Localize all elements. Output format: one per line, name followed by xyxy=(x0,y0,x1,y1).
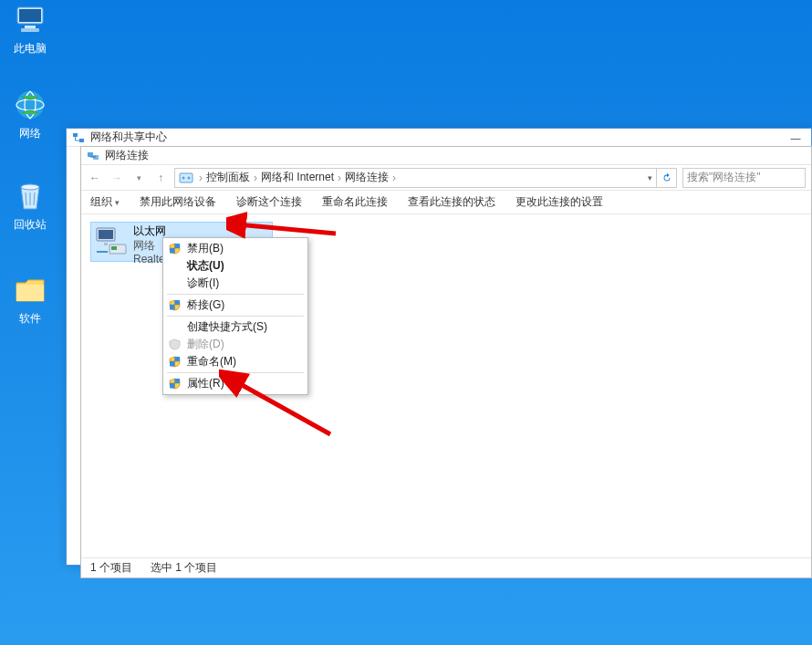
desktop-icon-network[interactable]: 网络 xyxy=(0,87,62,141)
svg-rect-1 xyxy=(19,9,41,22)
desktop-icon-label: 回收站 xyxy=(14,218,47,231)
chevron-right-icon: › xyxy=(392,172,396,184)
svg-rect-8 xyxy=(79,139,84,142)
svg-point-4 xyxy=(16,91,44,119)
globe-icon xyxy=(12,87,48,123)
ethernet-adapter-icon xyxy=(95,224,128,257)
svg-rect-2 xyxy=(25,26,36,28)
window-title: 网络连接 xyxy=(105,148,149,163)
context-menu: 禁用(B) 状态(U) 诊断(I) 桥接(G) 创建快捷方式(S) 删除(D) … xyxy=(162,237,308,395)
search-input[interactable]: 搜索"网络连接" xyxy=(682,168,806,188)
network-connections-icon xyxy=(87,150,99,162)
minimize-button[interactable]: — xyxy=(782,129,809,147)
shield-icon xyxy=(169,356,181,368)
shield-icon xyxy=(169,338,181,350)
svg-rect-15 xyxy=(99,230,113,239)
desktop-icon-label: 网络 xyxy=(19,127,41,140)
menu-rename[interactable]: 重命名(M) xyxy=(163,353,307,370)
toolbar-organize[interactable]: 组织 xyxy=(90,194,120,210)
search-placeholder: 搜索"网络连接" xyxy=(687,170,761,185)
control-panel-icon xyxy=(179,171,193,185)
up-button[interactable]: ↑ xyxy=(152,170,169,186)
toolbar-rename[interactable]: 重命名此连接 xyxy=(322,194,388,210)
titlebar[interactable]: 网络连接 xyxy=(81,147,811,165)
shield-icon xyxy=(169,299,181,311)
refresh-button[interactable] xyxy=(657,168,677,188)
breadcrumb-item[interactable]: 网络和 Internet xyxy=(259,170,336,185)
status-bar: 1 个项目 选中 1 个项目 xyxy=(81,557,811,577)
window-title: 网络和共享中心 xyxy=(90,130,167,145)
svg-rect-25 xyxy=(175,379,181,383)
svg-rect-9 xyxy=(88,152,93,157)
desktop-icon-thispc[interactable]: 此电脑 xyxy=(0,2,62,57)
menu-status[interactable]: 状态(U) xyxy=(163,257,307,275)
address-bar: ← → ▾ ↑ › 控制面板 › 网络和 Internet › 网络连接 › ▾ xyxy=(81,165,811,191)
toolbar-disable-device[interactable]: 禁用此网络设备 xyxy=(140,194,216,210)
folder-icon xyxy=(12,272,48,308)
breadcrumb[interactable]: › 控制面板 › 网络和 Internet › 网络连接 › ▾ xyxy=(174,168,657,188)
svg-rect-24 xyxy=(170,361,175,367)
desktop-icon-recyclebin[interactable]: 回收站 xyxy=(0,178,62,233)
svg-point-6 xyxy=(21,184,39,190)
menu-delete: 删除(D) xyxy=(163,336,307,353)
shield-icon xyxy=(169,243,181,255)
svg-rect-23 xyxy=(175,357,181,361)
svg-point-12 xyxy=(182,176,185,179)
menu-separator xyxy=(167,294,304,295)
recent-button[interactable]: ▾ xyxy=(130,170,147,186)
svg-rect-16 xyxy=(104,243,108,245)
dropdown-icon[interactable]: ▾ xyxy=(648,173,652,182)
menu-properties[interactable]: 属性(R) xyxy=(163,375,307,392)
menu-disable[interactable]: 禁用(B) xyxy=(163,240,307,257)
svg-point-13 xyxy=(188,176,191,179)
svg-rect-20 xyxy=(170,248,175,254)
svg-rect-7 xyxy=(73,133,78,137)
menu-create-shortcut[interactable]: 创建快捷方式(S) xyxy=(163,318,307,336)
recyclebin-icon xyxy=(12,178,48,214)
breadcrumb-item[interactable]: 控制面板 xyxy=(204,170,252,185)
svg-rect-22 xyxy=(170,305,175,310)
svg-rect-21 xyxy=(175,300,181,305)
status-item-count: 1 个项目 xyxy=(90,560,132,576)
chevron-right-icon: › xyxy=(338,172,341,184)
menu-diagnose[interactable]: 诊断(I) xyxy=(163,275,307,292)
svg-rect-19 xyxy=(175,244,181,248)
desktop-icon-label: 软件 xyxy=(19,312,41,325)
shield-icon xyxy=(169,378,181,390)
svg-rect-3 xyxy=(21,28,39,32)
forward-button[interactable]: → xyxy=(109,170,125,186)
menu-separator xyxy=(167,372,304,373)
toolbar: 组织 禁用此网络设备 诊断这个连接 重命名此连接 查看此连接的状态 更改此连接的… xyxy=(81,191,811,214)
titlebar[interactable]: 网络和共享中心 — xyxy=(67,129,811,147)
computer-icon xyxy=(12,2,48,38)
toolbar-change-settings[interactable]: 更改此连接的设置 xyxy=(515,194,603,210)
chevron-right-icon: › xyxy=(254,172,257,184)
svg-rect-18 xyxy=(111,246,117,250)
desktop-icon-software[interactable]: 软件 xyxy=(0,272,62,327)
back-button[interactable]: ← xyxy=(87,170,103,186)
breadcrumb-item[interactable]: 网络连接 xyxy=(343,170,390,185)
menu-bridge[interactable]: 桥接(G) xyxy=(163,296,307,314)
network-center-icon xyxy=(72,131,85,144)
chevron-right-icon: › xyxy=(199,172,203,184)
desktop-icon-label: 此电脑 xyxy=(14,42,47,55)
status-selected-count: 选中 1 个项目 xyxy=(151,560,217,576)
menu-separator xyxy=(167,316,304,317)
toolbar-diagnose[interactable]: 诊断这个连接 xyxy=(236,194,302,210)
svg-rect-11 xyxy=(180,173,193,182)
toolbar-view-status[interactable]: 查看此连接的状态 xyxy=(408,194,495,210)
svg-rect-26 xyxy=(170,383,175,389)
